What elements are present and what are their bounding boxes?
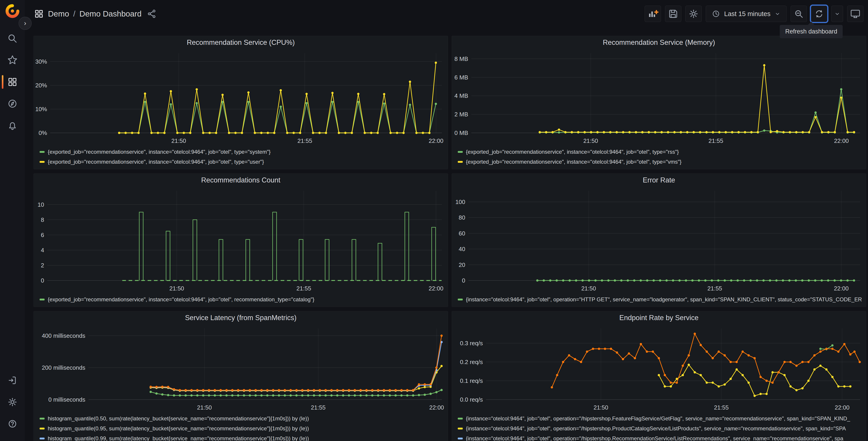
compass-icon	[6, 98, 18, 110]
svg-text:20: 20	[459, 262, 465, 268]
svg-text:200 milliseconds: 200 milliseconds	[42, 364, 85, 371]
breadcrumb-separator: /	[73, 9, 75, 18]
chart-area[interactable]: 0 MB2 MB4 MB6 MB8 MB21:5021:5522:00	[452, 49, 866, 146]
active-indicator	[2, 75, 3, 89]
panel-recommendations-count: Recommendations Count 024681021:5021:552…	[33, 173, 448, 307]
panel-legend: {instance="otelcol:9464", job="otel", op…	[452, 294, 866, 307]
memory-chart[interactable]: 0 MB2 MB4 MB6 MB8 MB21:5021:5522:00	[452, 49, 866, 146]
legend-swatch	[458, 299, 463, 300]
legend-swatch	[458, 438, 463, 439]
chart-area[interactable]: 0 milliseconds200 milliseconds400 millis…	[34, 324, 448, 413]
sidebar-item-alerting[interactable]	[0, 117, 25, 134]
svg-text:400 milliseconds: 400 milliseconds	[42, 332, 85, 339]
legend-item[interactable]: {exported_job="recommendationservice", i…	[40, 157, 445, 167]
legend-label: {exported_job="recommendationservice", i…	[466, 149, 679, 155]
legend-label: {exported_job="recommendationservice", i…	[48, 159, 264, 165]
breadcrumb-folder[interactable]: Demo	[48, 9, 69, 18]
svg-text:2 MB: 2 MB	[454, 111, 468, 118]
panel-error-rate: Error Rate 02040608010021:5021:5522:00 {…	[452, 173, 866, 307]
legend-item[interactable]: {exported_job="recommendationservice", i…	[40, 147, 445, 157]
sidebar-item-sign-in[interactable]	[0, 372, 25, 389]
sidebar-item-explore[interactable]	[0, 95, 25, 112]
sign-in-icon	[6, 375, 18, 386]
svg-text:21:50: 21:50	[171, 138, 186, 144]
legend-swatch	[458, 428, 463, 430]
gear-icon	[688, 8, 700, 20]
legend-item[interactable]: histogram_quantile(0.95, sum(rate(latenc…	[40, 423, 445, 434]
legend-item[interactable]: {instance="otelcol:9464", job="otel", op…	[458, 423, 864, 434]
legend-item[interactable]: {exported_job="recommendationservice", i…	[40, 295, 445, 304]
sidebar-item-help[interactable]	[0, 415, 25, 432]
svg-text:21:55: 21:55	[311, 404, 326, 411]
legend-label: {instance="otelcol:9464", job="otel", op…	[466, 435, 843, 441]
dashboard-grid: Recommendation Service (CPU%) 0%10%20%30…	[25, 28, 868, 441]
add-panel-icon	[647, 8, 659, 20]
cycle-view-mode-button[interactable]	[847, 6, 864, 22]
svg-text:21:50: 21:50	[197, 404, 212, 411]
add-panel-button[interactable]	[645, 6, 661, 22]
share-icon[interactable]	[147, 9, 157, 19]
legend-label: histogram_quantile(0.50, sum(rate(latenc…	[48, 415, 309, 422]
legend-item[interactable]: histogram_quantile(0.50, sum(rate(latenc…	[40, 414, 445, 423]
panel-recommendation-cpu: Recommendation Service (CPU%) 0%10%20%30…	[33, 36, 448, 169]
legend-item[interactable]: {exported_job="recommendationservice", i…	[458, 157, 864, 167]
panel-title[interactable]: Service Latency (from SpanMetrics)	[34, 311, 448, 324]
svg-text:21:50: 21:50	[169, 285, 184, 292]
legend-swatch	[40, 438, 44, 439]
sidebar-item-starred[interactable]	[0, 52, 25, 69]
svg-text:0: 0	[41, 277, 44, 284]
error-rate-chart[interactable]: 02040608010021:5021:5522:00	[452, 187, 866, 294]
sidebar-item-dashboards[interactable]	[0, 74, 25, 91]
svg-text:4 MB: 4 MB	[454, 92, 468, 99]
legend-label: {exported_job="recommendationservice", i…	[48, 149, 271, 155]
svg-text:10%: 10%	[35, 106, 47, 113]
legend-item[interactable]: {instance="otelcol:9464", job="otel", op…	[458, 434, 864, 441]
refresh-interval-button[interactable]	[831, 6, 843, 22]
svg-text:21:55: 21:55	[709, 138, 723, 144]
endpoint-rate-chart[interactable]: 0.0 req/s0.1 req/s0.2 req/s0.3 req/s21:5…	[452, 324, 866, 413]
svg-text:100: 100	[456, 199, 465, 205]
svg-text:22:00: 22:00	[834, 285, 848, 292]
panel-title[interactable]: Error Rate	[452, 174, 866, 187]
legend-item[interactable]: {instance="otelcol:9464", job="otel", op…	[458, 414, 864, 423]
save-dashboard-button[interactable]	[665, 6, 681, 22]
monitor-icon	[849, 8, 861, 20]
svg-text:40: 40	[459, 246, 465, 253]
svg-text:21:50: 21:50	[583, 138, 598, 144]
cpu-chart[interactable]: 0%10%20%30%21:5021:5522:00	[34, 49, 448, 146]
legend-swatch	[40, 428, 44, 430]
legend-label: histogram_quantile(0.99, sum(rate(latenc…	[48, 435, 309, 441]
grafana-logo[interactable]	[5, 4, 20, 19]
count-chart[interactable]: 024681021:5021:5522:00	[34, 187, 448, 294]
sidebar-toggle-button[interactable]: ›	[19, 17, 32, 30]
sidebar-item-configuration[interactable]	[0, 393, 25, 411]
chart-area[interactable]: 02040608010021:5021:5522:00	[452, 187, 866, 294]
chart-area[interactable]: 0%10%20%30%21:5021:5522:00	[34, 49, 448, 146]
panel-title[interactable]: Endpoint Rate by Service	[452, 311, 866, 324]
svg-text:10: 10	[37, 201, 44, 208]
zoom-out-icon	[793, 8, 805, 20]
chart-area[interactable]: 024681021:5021:5522:00	[34, 187, 448, 294]
time-range-label: Last 15 minutes	[724, 10, 771, 18]
legend-item[interactable]: {exported_job="recommendationservice", i…	[458, 147, 864, 157]
svg-text:0: 0	[462, 277, 465, 284]
legend-swatch	[458, 161, 463, 163]
legend-item[interactable]: {instance="otelcol:9464", job="otel", op…	[458, 295, 864, 304]
legend-item[interactable]: histogram_quantile(0.99, sum(rate(latenc…	[40, 434, 445, 441]
sidebar-item-search[interactable]	[0, 30, 25, 47]
svg-text:21:55: 21:55	[298, 138, 312, 144]
panel-recommendation-memory: Recommendation Service (Memory) 0 MB2 MB…	[452, 36, 866, 169]
panel-title[interactable]: Recommendation Service (CPU%)	[34, 36, 448, 49]
legend-swatch	[40, 161, 44, 163]
help-icon	[6, 418, 18, 430]
svg-text:22:00: 22:00	[834, 138, 849, 144]
legend-label: {exported_job="recommendationservice", i…	[466, 159, 682, 165]
zoom-out-button[interactable]	[790, 6, 807, 22]
latency-chart[interactable]: 0 milliseconds200 milliseconds400 millis…	[34, 324, 448, 413]
dashboard-settings-button[interactable]	[685, 6, 702, 22]
chart-area[interactable]: 0.0 req/s0.1 req/s0.2 req/s0.3 req/s21:5…	[452, 324, 866, 413]
panel-title[interactable]: Recommendations Count	[34, 174, 448, 187]
time-range-picker[interactable]: Last 15 minutes	[706, 6, 786, 22]
refresh-button[interactable]	[811, 6, 827, 22]
svg-text:21:50: 21:50	[581, 285, 596, 292]
